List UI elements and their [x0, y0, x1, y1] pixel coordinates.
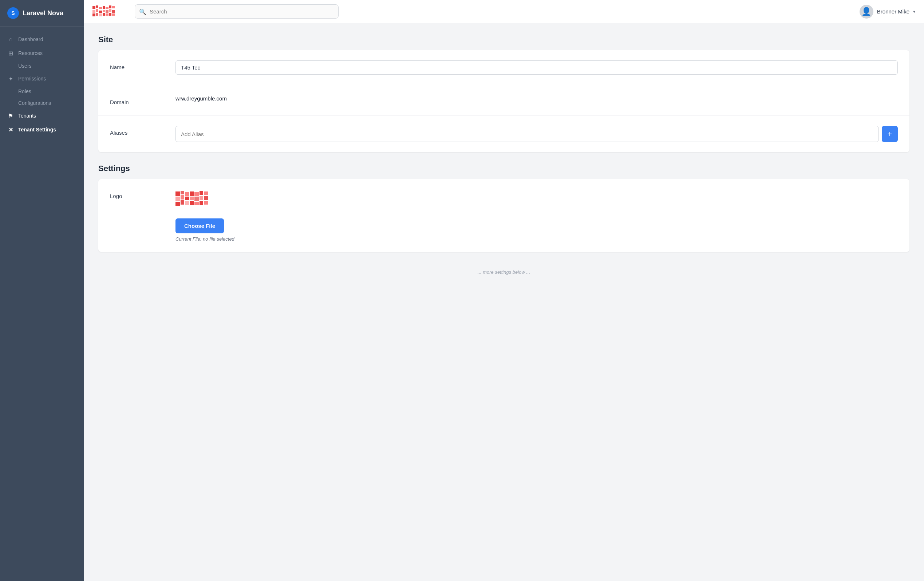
sidebar-item-label: Dashboard	[18, 36, 43, 42]
svg-rect-24	[181, 191, 184, 195]
sidebar-brand: S Laravel Nova	[0, 0, 84, 26]
file-hint: Current File: no file selected	[175, 236, 898, 242]
site-card: Name Domain wrw.dreygumble.com Aliases	[98, 50, 909, 152]
svg-rect-37	[200, 196, 203, 200]
logo-row: Logo	[98, 179, 909, 252]
sidebar-item-dashboard[interactable]: ⌂ Dashboard	[0, 32, 84, 46]
settings-card: Logo	[98, 179, 909, 252]
topbar: 🔍 👤 Bronner Mike ▾	[84, 0, 924, 23]
svg-rect-35	[195, 202, 199, 205]
aliases-field: +	[175, 126, 898, 142]
logo-preview	[175, 189, 898, 213]
svg-rect-8	[99, 13, 102, 17]
sidebar-item-users[interactable]: Users	[0, 60, 84, 72]
svg-rect-23	[175, 202, 180, 206]
svg-rect-32	[190, 201, 194, 205]
search-input[interactable]	[135, 4, 338, 18]
avatar: 👤	[860, 5, 873, 18]
topbar-logo-image	[92, 5, 129, 18]
svg-rect-5	[96, 13, 98, 16]
sidebar-item-label: Resources	[18, 50, 43, 56]
sidebar-item-tenants[interactable]: ⚑ Tenants	[0, 109, 84, 123]
search-bar[interactable]: 🔍	[135, 4, 338, 18]
domain-label: Domain	[110, 96, 175, 105]
tenants-icon: ⚑	[7, 112, 14, 119]
user-menu[interactable]: 👤 Bronner Mike ▾	[860, 5, 915, 18]
svg-rect-34	[195, 196, 199, 201]
svg-rect-33	[195, 192, 199, 196]
svg-rect-26	[181, 200, 184, 205]
sidebar-sub-label: Users	[18, 63, 32, 69]
logo-field: Choose File Current File: no file select…	[175, 189, 898, 242]
svg-rect-29	[185, 201, 189, 205]
svg-rect-14	[106, 13, 109, 16]
chevron-down-icon: ▾	[913, 9, 915, 14]
svg-rect-6	[99, 7, 102, 9]
sidebar-item-configurations[interactable]: Configurations	[0, 97, 84, 109]
brand-icon: S	[7, 7, 19, 19]
svg-rect-41	[204, 201, 208, 205]
svg-rect-30	[190, 191, 194, 196]
svg-rect-39	[204, 191, 208, 195]
svg-rect-3	[96, 5, 98, 8]
site-section-title: Site	[98, 35, 909, 45]
svg-rect-11	[103, 13, 105, 16]
svg-rect-16	[109, 9, 111, 12]
svg-rect-17	[109, 13, 111, 16]
sidebar-navigation: ⌂ Dashboard ⊞ Resources Users ✦ Permissi…	[0, 26, 84, 581]
svg-rect-31	[190, 196, 194, 200]
add-alias-button[interactable]: +	[882, 126, 898, 142]
logo-label: Logo	[110, 189, 175, 199]
sidebar-item-label: Tenants	[18, 113, 36, 119]
domain-row: Domain wrw.dreygumble.com	[98, 85, 909, 116]
sidebar: S Laravel Nova ⌂ Dashboard ⊞ Resources U…	[0, 0, 84, 581]
search-icon: 🔍	[139, 8, 146, 15]
sidebar-item-resources[interactable]: ⊞ Resources	[0, 46, 84, 60]
svg-rect-2	[92, 13, 96, 17]
svg-rect-22	[175, 196, 180, 201]
svg-rect-20	[112, 13, 115, 16]
sidebar-sub-label: Configurations	[18, 100, 51, 106]
svg-rect-36	[200, 191, 203, 195]
svg-rect-40	[204, 196, 208, 200]
sidebar-item-tenant-settings[interactable]: ✕ Tenant Settings	[0, 123, 84, 137]
svg-rect-15	[109, 5, 111, 8]
svg-rect-27	[185, 192, 189, 196]
aliases-row: Aliases +	[98, 116, 909, 152]
svg-rect-1	[92, 10, 96, 13]
svg-rect-12	[106, 7, 109, 9]
tenant-settings-icon: ✕	[7, 126, 14, 133]
logo-preview-image	[175, 189, 234, 211]
choose-file-button[interactable]: Choose File	[175, 218, 224, 233]
main-wrapper: 🔍 👤 Bronner Mike ▾ Site Name	[84, 0, 924, 581]
content-area: Site Name Domain wrw.dreygumble.com Alia…	[84, 23, 924, 581]
svg-rect-19	[112, 10, 115, 13]
svg-rect-7	[99, 11, 102, 13]
svg-rect-28	[185, 196, 189, 200]
username-label: Bronner Mike	[877, 8, 909, 15]
name-label: Name	[110, 60, 175, 70]
svg-rect-38	[200, 201, 203, 205]
svg-rect-21	[175, 191, 180, 196]
sidebar-item-permissions[interactable]: ✦ Permissions	[0, 72, 84, 86]
domain-value: wrw.dreygumble.com	[175, 92, 227, 102]
resources-icon: ⊞	[7, 50, 14, 56]
svg-rect-13	[106, 10, 109, 13]
sidebar-item-roles[interactable]: Roles	[0, 86, 84, 97]
settings-section-title: Settings	[98, 164, 909, 173]
topbar-logo	[92, 5, 129, 18]
svg-rect-0	[92, 6, 96, 9]
domain-field: wrw.dreygumble.com	[175, 96, 898, 102]
bottom-text: ... more settings below ...	[98, 264, 909, 281]
home-icon: ⌂	[7, 36, 14, 43]
svg-rect-18	[112, 6, 115, 8]
alias-input-row: +	[175, 126, 898, 142]
name-field	[175, 60, 898, 74]
brand-name: Laravel Nova	[23, 10, 63, 17]
name-row: Name	[98, 50, 909, 85]
name-input[interactable]	[175, 60, 898, 74]
alias-input[interactable]	[175, 126, 879, 142]
sidebar-sub-label: Roles	[18, 89, 31, 94]
svg-rect-9	[103, 6, 105, 9]
aliases-label: Aliases	[110, 126, 175, 136]
